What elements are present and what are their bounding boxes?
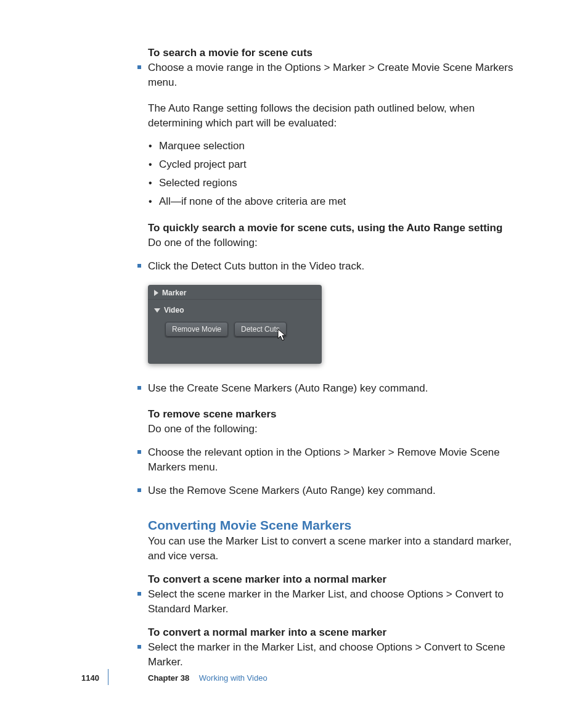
document-page: To search a movie for scene cuts Choose …: [0, 0, 588, 706]
list-item: Cycled project part: [148, 155, 531, 174]
bullet-detect-cuts: Click the Detect Cuts button in the Vide…: [148, 259, 531, 274]
disclosure-triangle-right-icon[interactable]: [154, 290, 158, 296]
video-label: Video: [164, 306, 184, 314]
list-item: Selected regions: [148, 174, 531, 192]
heading-quick-search: To quickly search a movie for scene cuts…: [148, 221, 531, 236]
footer-chapter: Chapter 38 Working with Video: [148, 673, 267, 683]
marker-label: Marker: [162, 289, 186, 297]
heading-remove-markers: To remove scene markers: [148, 407, 531, 422]
paragraph-convert-intro: You can use the Marker List to convert a…: [148, 534, 531, 564]
footer-divider: [108, 669, 108, 685]
bullet-convert-to-scene: Select the marker in the Marker List, an…: [148, 640, 531, 670]
heading-convert-to-normal: To convert a scene marker into a normal …: [148, 572, 531, 587]
cursor-icon: [277, 329, 287, 342]
section-title-converting: Converting Movie Scene Markers: [148, 518, 531, 533]
disclosure-triangle-down-icon[interactable]: [154, 308, 160, 313]
auto-range-list: Marquee selection Cycled project part Se…: [148, 137, 531, 211]
chapter-title: Working with Video: [199, 673, 267, 683]
chapter-label: Chapter 38: [148, 673, 189, 683]
content-column: To search a movie for scene cuts Choose …: [148, 46, 531, 678]
video-buttons-row: Remove Movie Detect Cuts: [148, 317, 322, 337]
bullet-remove-cmd: Use the Remove Scene Markers (Auto Range…: [148, 483, 531, 498]
bullet-create-scene-markers: Use the Create Scene Markers (Auto Range…: [148, 381, 531, 396]
paragraph-auto-range-intro: The Auto Range setting follows the decis…: [148, 101, 531, 131]
video-row[interactable]: Video: [148, 300, 322, 317]
bullet-convert-to-normal: Select the scene marker in the Marker Li…: [148, 587, 531, 617]
detect-cuts-button[interactable]: Detect Cuts: [234, 322, 287, 337]
heading-search-movie: To search a movie for scene cuts: [148, 46, 531, 60]
list-item: Marquee selection: [148, 137, 531, 155]
heading-convert-to-scene: To convert a normal marker into a scene …: [148, 625, 531, 640]
do-one-text: Do one of the following:: [148, 236, 531, 250]
detect-cuts-label: Detect Cuts: [241, 325, 280, 334]
remove-movie-button[interactable]: Remove Movie: [165, 322, 228, 337]
remove-do-one-text: Do one of the following:: [148, 422, 531, 437]
page-number: 1140: [81, 673, 99, 683]
bullet-choose-range: Choose a movie range in the Options > Ma…: [148, 60, 531, 90]
marker-row[interactable]: Marker: [148, 285, 322, 300]
list-item: All—if none of the above criteria are me…: [148, 192, 531, 211]
video-track-panel: Marker Video Remove Movie Detect Cuts: [148, 285, 322, 364]
bullet-remove-option: Choose the relevant option in the Option…: [148, 445, 531, 475]
